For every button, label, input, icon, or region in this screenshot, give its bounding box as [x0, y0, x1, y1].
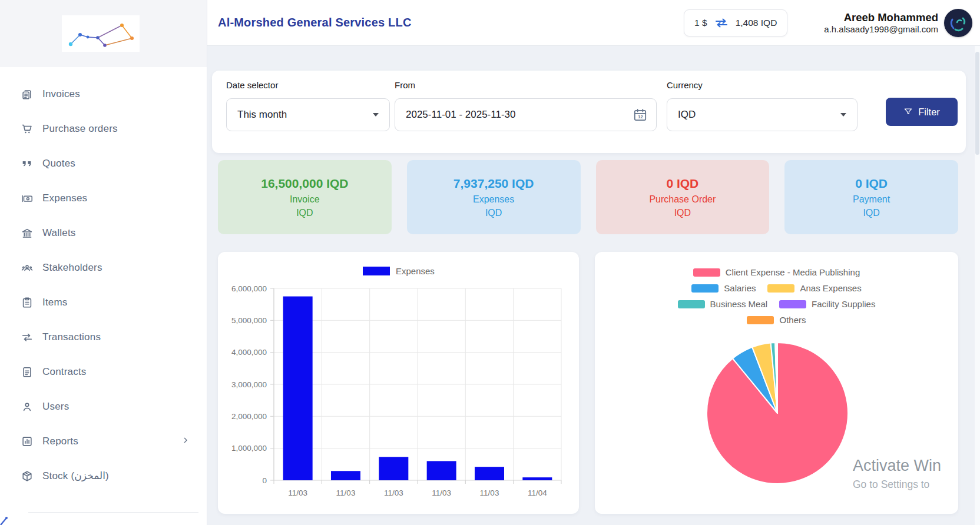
charts-row: 01,000,0002,000,0003,000,0004,000,0005,0… — [218, 252, 958, 514]
sidebar-item-label: Users — [42, 401, 69, 413]
sidebar-item-expenses[interactable]: Expenses — [0, 181, 207, 215]
legend-swatch — [747, 316, 774, 324]
sidebar-item-label: Stock (المخزن) — [42, 470, 109, 482]
sidebar-bottom-logo-fragment — [0, 516, 9, 525]
transactions-icon — [20, 330, 34, 344]
stat-label: Payment — [853, 192, 890, 206]
scrollbar-track — [975, 46, 980, 525]
date-range-value: 2025-11-01 - 2025-11-30 — [406, 109, 516, 121]
currency-swap-icon — [715, 18, 728, 28]
user-info: Areeb Mohammed a.h.alsaady1998@gmail.com — [824, 11, 938, 35]
svg-text:1,000,000: 1,000,000 — [231, 444, 267, 453]
invoices-icon — [20, 87, 34, 101]
date-selector-value: This month — [237, 109, 287, 121]
sidebar-item-label: Quotes — [42, 158, 75, 170]
purchase-orders-icon — [20, 122, 34, 136]
sidebar-item-label: Purchase orders — [42, 123, 118, 135]
expenses-icon — [20, 191, 34, 205]
svg-text:11/03: 11/03 — [432, 489, 451, 497]
pie-legend-item[interactable]: Client Expense - Media Publishing — [693, 267, 860, 277]
avatar[interactable] — [944, 9, 972, 37]
avatar-logo-icon — [948, 13, 968, 33]
stat-currency: IQD — [863, 206, 879, 220]
legend-label: Salaries — [724, 283, 756, 293]
calendar-icon[interactable]: 12 — [633, 107, 648, 122]
top-header: Al-Morshed General Services LLC 1 $ 1,40… — [207, 0, 980, 46]
sidebar-item-label: Wallets — [42, 227, 76, 239]
exchange-rate-widget: 1 $ 1,408 IQD — [684, 9, 787, 36]
stat-cards-row: 16,500,000 IQDInvoiceIQD7,937,250 IQDExp… — [218, 160, 958, 234]
stakeholders-icon — [20, 261, 34, 275]
sidebar-item-items[interactable]: Items — [0, 285, 207, 320]
from-label: From — [395, 80, 657, 90]
stat-card-purchase-order: 0 IQDPurchase OrderIQD — [596, 160, 770, 234]
svg-text:11/03: 11/03 — [480, 489, 499, 497]
contracts-icon — [20, 365, 34, 379]
pie-legend-item[interactable]: Facility Supplies — [779, 299, 875, 309]
sidebar-item-invoices[interactable]: Invoices — [0, 77, 207, 111]
sidebar-item-label: Contracts — [42, 366, 87, 378]
filter-button-label: Filter — [918, 107, 940, 118]
legend-label: Facility Supplies — [812, 299, 875, 309]
chevron-right-icon — [181, 436, 190, 447]
date-selector-dropdown[interactable]: This month — [226, 98, 390, 131]
sidebar-divider — [28, 512, 198, 513]
legend-swatch — [678, 300, 705, 308]
quotes-icon — [20, 157, 34, 171]
pie-legend-item[interactable]: Anas Expenses — [767, 283, 861, 293]
pie-legend-item[interactable]: Business Meal — [678, 299, 768, 309]
currency-value: IQD — [678, 109, 696, 121]
company-logo — [62, 15, 140, 52]
sidebar-item-purchase-orders[interactable]: Purchase orders — [0, 111, 207, 146]
sidebar-item-quotes[interactable]: Quotes — [0, 146, 207, 181]
scrollbar-thumb[interactable] — [975, 52, 979, 155]
exchange-iqd-value: 1,408 IQD — [736, 18, 777, 28]
sidebar-item-contracts[interactable]: Contracts — [0, 354, 207, 389]
stock-icon — [20, 469, 34, 483]
stat-label: Expenses — [473, 192, 514, 206]
stat-value: 7,937,250 IQD — [453, 175, 534, 192]
sidebar-nav: InvoicesPurchase ordersQuotesExpensesWal… — [0, 67, 207, 493]
user-email: a.h.alsaady1998@gmail.com — [824, 24, 938, 35]
currency-dropdown[interactable]: IQD — [667, 98, 858, 131]
svg-text:11/03: 11/03 — [288, 489, 307, 497]
filter-button[interactable]: Filter — [886, 98, 958, 126]
svg-text:4,000,000: 4,000,000 — [231, 348, 267, 357]
pie-legend-item[interactable]: Others — [747, 315, 806, 325]
expenses-bar-chart-card: 01,000,0002,000,0003,000,0004,000,0005,0… — [218, 252, 579, 514]
date-range-input[interactable]: 2025-11-01 - 2025-11-30 12 — [395, 98, 657, 131]
svg-text:3,000,000: 3,000,000 — [231, 380, 267, 389]
legend-label: Anas Expenses — [800, 283, 861, 293]
legend-label: Others — [779, 315, 806, 325]
stat-value: 0 IQD — [666, 175, 698, 192]
sidebar-item-wallets[interactable]: Wallets — [0, 215, 207, 250]
sidebar-item-label: Stakeholders — [42, 262, 102, 274]
date-selector-label: Date selector — [226, 80, 390, 90]
constellation-logo-icon — [66, 18, 135, 49]
stat-label: Purchase Order — [649, 192, 716, 206]
stat-currency: IQD — [485, 206, 502, 220]
legend-swatch — [691, 284, 719, 293]
chevron-down-icon — [840, 113, 846, 117]
legend-label: Client Expense - Media Publishing — [726, 267, 860, 277]
svg-text:0: 0 — [262, 476, 267, 485]
svg-text:11/04: 11/04 — [528, 489, 547, 497]
sidebar-item-stock[interactable]: Stock (المخزن) — [0, 458, 207, 493]
page-title: Al-Morshed General Services LLC — [218, 16, 412, 29]
sidebar-logo-area — [0, 0, 207, 67]
stat-value: 0 IQD — [855, 175, 888, 192]
sidebar-item-transactions[interactable]: Transactions — [0, 320, 207, 354]
funnel-icon — [903, 107, 913, 117]
chevron-down-icon — [373, 113, 379, 117]
items-icon — [20, 295, 34, 310]
sidebar-item-reports[interactable]: Reports — [0, 424, 207, 458]
pie-legend-item[interactable]: Salaries — [691, 283, 756, 293]
currency-label: Currency — [667, 80, 858, 90]
svg-text:6,000,000: 6,000,000 — [231, 284, 267, 293]
exchange-usd-value: 1 $ — [694, 18, 707, 28]
sidebar-item-users[interactable]: Users — [0, 389, 207, 424]
svg-text:11/03: 11/03 — [384, 489, 403, 497]
sidebar-item-stakeholders[interactable]: Stakeholders — [0, 250, 207, 285]
stat-currency: IQD — [674, 206, 691, 220]
users-icon — [20, 400, 34, 414]
